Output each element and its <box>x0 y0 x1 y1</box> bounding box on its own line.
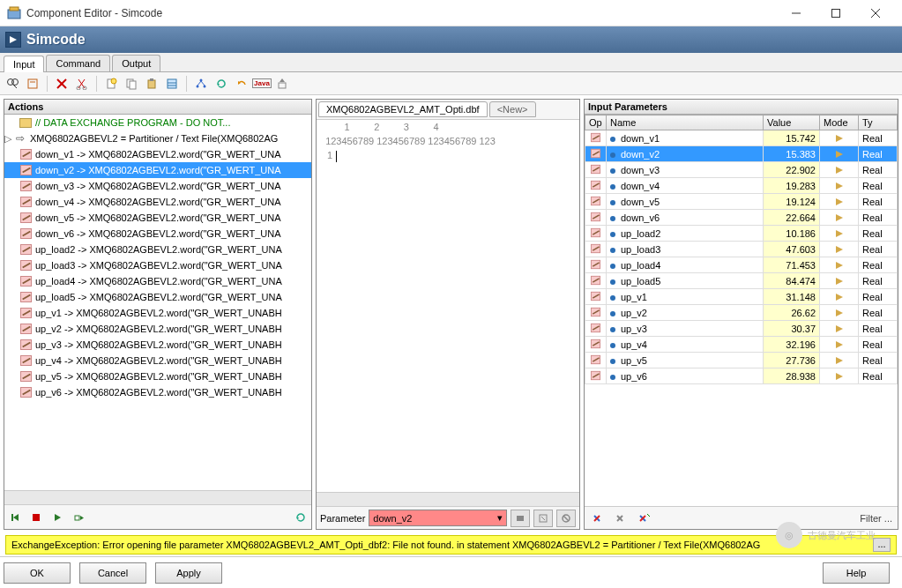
table-row[interactable]: down_v622.664Real <box>585 210 898 226</box>
mode-cell[interactable] <box>820 353 859 368</box>
action-row[interactable]: up_v3 -> XMQ6802AGBEVL2.word("GR_WERT_UN… <box>4 337 311 353</box>
value-cell[interactable]: 15.742 <box>764 130 820 146</box>
new-file-icon[interactable] <box>102 75 120 93</box>
mode-cell[interactable] <box>820 130 859 146</box>
table-row[interactable]: up_v226.62Real <box>585 305 898 321</box>
play-icon[interactable] <box>48 509 66 526</box>
params-grid[interactable]: Op Name Value Mode Ty down_v115.742Reald… <box>585 115 898 506</box>
value-cell[interactable]: 27.736 <box>764 353 820 368</box>
mode-cell[interactable] <box>820 289 859 305</box>
copy-icon[interactable] <box>123 75 140 93</box>
cancel-button[interactable]: Cancel <box>79 562 146 584</box>
action-row[interactable]: up_v1 -> XMQ6802AGBEVL2.word("GR_WERT_UN… <box>4 305 311 321</box>
actions-list[interactable]: // DATA EXCHANGE PROGRAM - DO NOT...▷⇨XM… <box>4 115 311 490</box>
undo-icon[interactable] <box>233 75 250 93</box>
table-row[interactable]: down_v519.124Real <box>585 194 898 210</box>
table-row[interactable]: up_load347.603Real <box>585 242 898 257</box>
table-row[interactable]: up_load471.453Real <box>585 257 898 273</box>
table-row[interactable]: up_load584.474Real <box>585 273 898 289</box>
mode-cell[interactable] <box>820 226 859 242</box>
value-cell[interactable]: 10.186 <box>764 226 820 242</box>
value-cell[interactable]: 31.148 <box>764 289 820 305</box>
mode-cell[interactable] <box>820 273 859 289</box>
value-cell[interactable]: 15.383 <box>764 146 820 162</box>
find-icon[interactable] <box>4 75 21 93</box>
value-cell[interactable]: 19.124 <box>764 194 820 210</box>
minimize-button[interactable] <box>776 0 816 26</box>
table-row[interactable]: up_v527.736Real <box>585 353 898 368</box>
tab-command[interactable]: Command <box>46 55 110 71</box>
stop-icon[interactable] <box>27 509 45 526</box>
value-cell[interactable]: 19.283 <box>764 178 820 194</box>
file-tab-active[interactable]: XMQ6802AGBEVL2_AMT_Opti.dbf <box>318 101 488 117</box>
col-mode[interactable]: Mode <box>820 115 859 130</box>
param-btn-2[interactable] <box>533 510 553 527</box>
value-cell[interactable]: 22.902 <box>764 162 820 178</box>
toggle-b-icon[interactable] <box>613 510 630 527</box>
action-row[interactable]: up_load2 -> XMQ6802AGBEVL2.word("GR_WERT… <box>4 242 311 257</box>
table-row[interactable]: down_v322.902Real <box>585 162 898 178</box>
toggle-c-icon[interactable] <box>636 510 653 527</box>
table-row[interactable]: down_v215.383Real <box>585 146 898 162</box>
refresh-icon[interactable] <box>212 75 230 93</box>
error-more-button[interactable]: ... <box>873 538 891 552</box>
tree-icon[interactable] <box>192 75 210 93</box>
tab-input[interactable]: Input <box>4 56 44 72</box>
action-row[interactable]: up_v4 -> XMQ6802AGBEVL2.word("GR_WERT_UN… <box>4 353 311 368</box>
mode-cell[interactable] <box>820 162 859 178</box>
cut-icon[interactable] <box>73 75 91 93</box>
mode-cell[interactable] <box>820 178 859 194</box>
action-row[interactable]: up_load4 -> XMQ6802AGBEVL2.word("GR_WERT… <box>4 273 311 289</box>
mode-cell[interactable] <box>820 321 859 337</box>
col-value[interactable]: Value <box>764 115 820 130</box>
value-cell[interactable]: 30.37 <box>764 321 820 337</box>
table-row[interactable]: up_load210.186Real <box>585 226 898 242</box>
value-cell[interactable]: 28.938 <box>764 368 820 384</box>
value-cell[interactable]: 71.453 <box>764 257 820 273</box>
table-row[interactable]: down_v419.283Real <box>585 178 898 194</box>
mode-cell[interactable] <box>820 305 859 321</box>
table-row[interactable]: up_v628.938Real <box>585 368 898 384</box>
export-icon[interactable] <box>273 75 291 93</box>
mode-cell[interactable] <box>820 337 859 353</box>
tab-output[interactable]: Output <box>112 55 160 71</box>
mode-cell[interactable] <box>820 194 859 210</box>
param-btn-3[interactable] <box>556 510 576 527</box>
table-row[interactable]: down_v115.742Real <box>585 130 898 146</box>
action-row[interactable]: up_v2 -> XMQ6802AGBEVL2.word("GR_WERT_UN… <box>4 321 311 337</box>
table-row[interactable]: up_v432.196Real <box>585 337 898 353</box>
action-row[interactable]: up_v6 -> XMQ6802AGBEVL2.word("GR_WERT_UN… <box>4 384 311 400</box>
actions-hscroll[interactable] <box>4 490 311 504</box>
edit-icon[interactable] <box>24 75 41 93</box>
col-type[interactable]: Ty <box>859 115 898 130</box>
rewind-icon[interactable] <box>6 509 24 526</box>
action-row[interactable]: up_v5 -> XMQ6802AGBEVL2.word("GR_WERT_UN… <box>4 368 311 384</box>
filter-label[interactable]: Filter ... <box>860 513 892 524</box>
mode-cell[interactable] <box>820 242 859 257</box>
table-icon[interactable] <box>163 75 181 93</box>
value-cell[interactable]: 84.474 <box>764 273 820 289</box>
action-row[interactable]: down_v2 -> XMQ6802AGBEVL2.word("GR_WERT_… <box>4 162 311 178</box>
action-row[interactable]: up_load3 -> XMQ6802AGBEVL2.word("GR_WERT… <box>4 257 311 273</box>
mode-cell[interactable] <box>820 146 859 162</box>
paste-icon[interactable] <box>143 75 160 93</box>
table-row[interactable]: up_v330.37Real <box>585 321 898 337</box>
java-icon[interactable]: Java <box>253 75 271 93</box>
delete-icon[interactable] <box>53 75 71 93</box>
table-row[interactable]: up_v131.148Real <box>585 289 898 305</box>
value-cell[interactable]: 26.62 <box>764 305 820 321</box>
step-icon[interactable] <box>70 509 87 526</box>
action-row[interactable]: up_load5 -> XMQ6802AGBEVL2.word("GR_WERT… <box>4 289 311 305</box>
mode-cell[interactable] <box>820 210 859 226</box>
maximize-button[interactable] <box>816 0 855 26</box>
mode-cell[interactable] <box>820 368 859 384</box>
action-row[interactable]: down_v6 -> XMQ6802AGBEVL2.word("GR_WERT_… <box>4 226 311 242</box>
close-button[interactable] <box>855 0 895 26</box>
value-cell[interactable]: 32.196 <box>764 337 820 353</box>
toggle-a-icon[interactable] <box>590 510 608 527</box>
apply-button[interactable]: Apply <box>155 562 222 584</box>
action-row[interactable]: down_v5 -> XMQ6802AGBEVL2.word("GR_WERT_… <box>4 210 311 226</box>
reload-icon[interactable] <box>292 509 309 526</box>
param-btn-1[interactable] <box>511 510 530 527</box>
value-cell[interactable]: 22.664 <box>764 210 820 226</box>
